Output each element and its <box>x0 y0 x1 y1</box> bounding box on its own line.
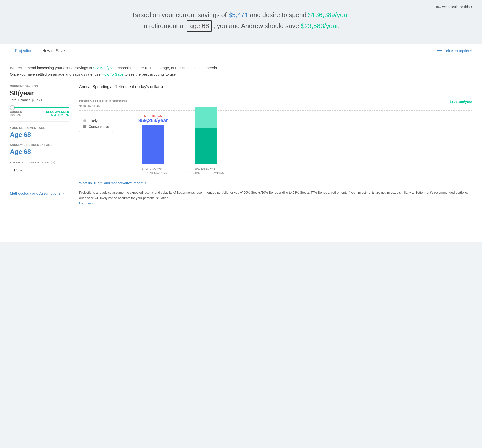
banner-text: Based on your current savings of $5,471 … <box>130 10 352 32</box>
chart-legend: Likely Conservative <box>79 116 113 137</box>
main-content: Projection How to Save Edit Assumptions … <box>0 44 482 242</box>
recommended-savings-amount: $23,583/year <box>301 22 338 30</box>
current-bar <box>142 125 164 164</box>
sliders-icon <box>437 49 442 53</box>
learn-more-link[interactable]: Learn more > <box>79 202 98 205</box>
content-area: We recommend increasing your annual savi… <box>0 57 482 214</box>
retirement-age-highlight: age 68 <box>187 20 212 32</box>
savings-amount-link[interactable]: $5,471 <box>228 11 248 19</box>
slider-recommended-value: $23,583/YEAR <box>46 113 69 116</box>
off-track-label: OFF TRACK <box>138 114 168 118</box>
ss-benefit-label: SOCIAL SECURITY BENEFIT <box>10 161 50 164</box>
slider-fill <box>14 107 69 108</box>
spend-amount-link[interactable]: $136,389/year <box>308 11 349 19</box>
how-to-save-inline-link[interactable]: How To Save <box>102 72 123 76</box>
slider-recommended-label: RECOMMENDED <box>46 110 69 113</box>
slider-labels: CURRENT $0/YEAR RECOMMENDED $23,583/YEAR <box>10 110 69 116</box>
current-savings-label: CURRENT SAVINGS <box>10 85 69 88</box>
total-balance: Total Balance $5,471 <box>10 98 69 102</box>
current-bar-amount: $59,268/year <box>138 118 168 123</box>
slider-thumb[interactable] <box>10 105 15 110</box>
retirement-age-label: YOUR RETIREMENT AGE <box>10 126 69 129</box>
tab-how-to-save[interactable]: How to Save <box>37 44 70 57</box>
ss-benefit-select[interactable]: 3/4 ▾ <box>10 167 25 174</box>
ss-dropdown-arrow: ▾ <box>20 169 22 172</box>
andrew-retirement-value[interactable]: Age 68 <box>10 148 69 156</box>
tabs-bar: Projection How to Save Edit Assumptions <box>0 44 482 57</box>
projection-note: Projections and advice assume the expect… <box>79 190 472 206</box>
y-axis-label: $136,389/YEAR <box>79 105 472 108</box>
recommended-savings-inline: $23,583/year <box>93 66 115 70</box>
current-bar-label2: CURRENT SAVINGS <box>139 171 167 175</box>
top-banner: How we calculated this ▾ Based on your c… <box>0 0 482 44</box>
slider-current-value: $0/YEAR <box>10 113 24 116</box>
ss-help-icon[interactable]: ? <box>51 161 55 164</box>
savings-slider-track[interactable] <box>10 107 69 108</box>
legend-conservative: Conservative <box>83 125 109 129</box>
recommended-savings-bar-group: SPENDING WITH RECOMMENDED SAVINGS <box>188 93 224 175</box>
chart-title: Annual Spending at Retirement (today's d… <box>79 85 472 89</box>
edit-assumptions-button[interactable]: Edit Assumptions <box>437 49 472 53</box>
slider-current-label: CURRENT <box>10 110 24 113</box>
retirement-age-value[interactable]: Age 68 <box>10 131 69 139</box>
current-savings-value: $0/year <box>10 89 69 97</box>
methodology-link[interactable]: Methodology and Assumptions > <box>10 190 69 196</box>
recommended-bar-top <box>195 107 217 128</box>
likely-dot-icon <box>83 119 86 122</box>
recommendation-text: We recommend increasing your annual savi… <box>10 65 472 77</box>
two-column-layout: CURRENT SAVINGS $0/year Total Balance $5… <box>10 85 472 206</box>
right-panel: Annual Spending at Retirement (today's d… <box>79 85 472 206</box>
current-savings-bar-group: OFF TRACK $59,268/year SPENDING WITH CUR… <box>138 114 168 175</box>
left-panel: CURRENT SAVINGS $0/year Total Balance $5… <box>10 85 69 196</box>
current-bar-label1: SPENDING WITH <box>139 167 167 171</box>
recommended-bar-label1: SPENDING WITH <box>188 167 224 171</box>
andrew-retirement-label: ANDREW'S RETIREMENT AGE <box>10 143 69 146</box>
recommended-bar-label2: RECOMMENDED SAVINGS <box>188 171 224 175</box>
conservative-dot-icon <box>83 125 86 128</box>
how-calculated-button[interactable]: How we calculated this ▾ <box>435 5 472 9</box>
recommended-bar <box>195 107 217 164</box>
desired-spending-value: $136,389/year <box>450 100 472 104</box>
legend-likely: Likely <box>83 119 109 123</box>
chevron-down-icon: ▾ <box>471 5 472 9</box>
what-likely-link[interactable]: What do "likely" and "conservative" mean… <box>79 181 472 185</box>
tab-projection[interactable]: Projection <box>10 44 37 57</box>
desired-spending-label: DESIRED RETIREMENT SPENDING <box>79 100 127 103</box>
